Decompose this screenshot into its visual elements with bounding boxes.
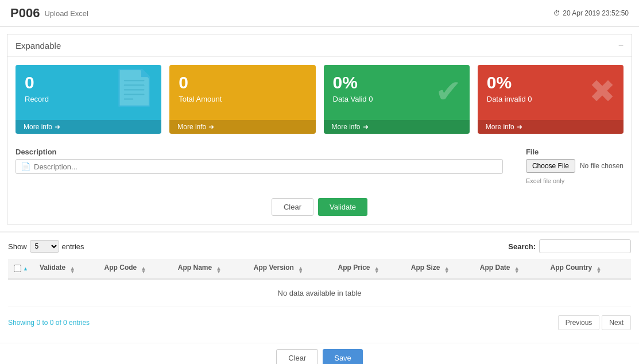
stat-card-record: 0 Record 📄 More info ➜: [16, 65, 161, 134]
validate-action-row: Clear Validate: [7, 192, 632, 224]
arrow-right-icon: ➜: [517, 123, 522, 131]
col-app-price[interactable]: App Price ▲▼: [332, 259, 405, 279]
showing-text: Showing 0 to 0 of 0 entries: [8, 319, 90, 327]
stat-card-data-invalid: 0% Data invalid 0 ✖ More info ➜: [478, 65, 623, 134]
pagination: Previous Next: [558, 315, 631, 330]
col-validate[interactable]: Validate ▲▼: [34, 259, 99, 279]
stats-row: 0 Record 📄 More info ➜ 0 Total Amount Mo…: [7, 57, 632, 142]
arrow-right-icon: ➜: [208, 123, 214, 131]
description-group: Description 📄: [16, 148, 503, 174]
search-input[interactable]: [539, 239, 631, 253]
choose-file-button[interactable]: Choose File: [526, 159, 575, 173]
file-hint: Excel file only: [526, 177, 623, 184]
clock-icon: ⏱: [553, 9, 560, 17]
record-icon: 📄: [113, 71, 156, 105]
file-text-icon: 📄: [21, 162, 30, 171]
record-more-info[interactable]: More info ➜: [16, 120, 161, 134]
page-header: P006 Upload Excel ⏱ 20 Apr 2019 23:52:50: [0, 0, 639, 27]
expandable-section: Expandable − 0 Record 📄 More info ➜ 0 To…: [7, 34, 632, 224]
next-button[interactable]: Next: [602, 315, 631, 330]
total-amount-more-info[interactable]: More info ➜: [169, 120, 315, 134]
sort-icons: ▲▼: [597, 266, 602, 274]
sort-icons: ▲▼: [216, 266, 222, 274]
file-label: File: [526, 148, 623, 156]
previous-button[interactable]: Previous: [558, 315, 600, 330]
expandable-toggle-button[interactable]: −: [618, 40, 623, 51]
checkmark-icon: ✔: [435, 73, 462, 110]
search-box: Search:: [508, 239, 631, 253]
col-app-code[interactable]: App Code ▲▼: [99, 259, 172, 279]
show-label: Show: [8, 242, 27, 251]
x-icon: ✖: [589, 73, 615, 110]
expandable-title: Expandable: [16, 41, 61, 51]
bottom-action-row: Clear Save: [0, 343, 639, 364]
col-app-country[interactable]: App Country ▲▼: [545, 259, 631, 279]
no-data-text: No data available in table: [278, 289, 362, 297]
show-entries-control: Show 5 10 25 50 100 entries: [8, 240, 84, 253]
description-input[interactable]: [34, 162, 281, 171]
form-section: Description 📄 File Choose File No file c…: [7, 142, 632, 192]
timestamp-value: 20 Apr 2019 23:52:50: [563, 9, 629, 17]
entries-label: entries: [62, 242, 84, 251]
sort-icons: ▲▼: [70, 266, 75, 274]
validate-button[interactable]: Validate: [318, 198, 367, 216]
sort-icons: ▲▼: [141, 266, 146, 274]
timestamp: ⏱ 20 Apr 2019 23:52:50: [553, 9, 629, 17]
entries-select[interactable]: 5 10 25 50 100: [30, 240, 59, 253]
sort-icons: ▲▼: [298, 266, 303, 274]
col-app-name[interactable]: App Name ▲▼: [172, 259, 248, 279]
col-app-version[interactable]: App Version ▲▼: [248, 259, 332, 279]
data-valid-more-info[interactable]: More info ➜: [324, 120, 470, 134]
file-input-row: Choose File No file chosen: [526, 159, 623, 173]
no-data-row: No data available in table: [8, 279, 631, 307]
total-amount-label: Total Amount: [179, 95, 306, 103]
sort-icons: ▲▼: [514, 266, 520, 274]
stat-card-total-amount: 0 Total Amount More info ➜: [169, 65, 315, 134]
save-button[interactable]: Save: [323, 349, 363, 364]
sort-icons: ▲▼: [444, 266, 450, 274]
checkbox-header-cell: ▲: [8, 259, 34, 279]
page-subtitle: Upload Excel: [44, 9, 88, 18]
table-controls: Show 5 10 25 50 100 entries Search:: [8, 239, 631, 253]
total-amount-number: 0: [179, 73, 306, 92]
search-label: Search:: [508, 242, 536, 251]
col-app-size[interactable]: App Size ▲▼: [405, 259, 474, 279]
arrow-right-icon: ➜: [55, 123, 60, 131]
expandable-header: Expandable −: [7, 34, 632, 57]
no-file-text: No file chosen: [580, 162, 623, 170]
select-all-checkbox[interactable]: [14, 265, 21, 272]
table-footer: Showing 0 to 0 of 0 entries Previous Nex…: [8, 309, 631, 336]
table-header-row: ▲ Validate ▲▼ App Code ▲▼ App Name ▲▼: [8, 259, 631, 279]
col-app-date[interactable]: App Date ▲▼: [474, 259, 545, 279]
arrow-right-icon: ➜: [363, 123, 369, 131]
sort-icons: ▲▼: [374, 266, 379, 274]
page-title: P006: [10, 6, 40, 21]
clear-bottom-button[interactable]: Clear: [276, 349, 318, 364]
description-input-wrapper: 📄: [16, 159, 503, 174]
showing-range: 0 to 0 of 0: [36, 319, 67, 327]
sort-up-icon: ▲: [23, 266, 28, 272]
file-group: File Choose File No file chosen Excel fi…: [526, 148, 623, 184]
stat-card-data-valid: 0% Data Valid 0 ✔ More info ➜: [324, 65, 470, 134]
table-section: Show 5 10 25 50 100 entries Search:: [0, 231, 639, 343]
data-invalid-more-info[interactable]: More info ➜: [478, 120, 623, 134]
clear-validate-button[interactable]: Clear: [272, 198, 313, 216]
description-label: Description: [16, 148, 503, 156]
data-table: ▲ Validate ▲▼ App Code ▲▼ App Name ▲▼: [8, 259, 631, 307]
